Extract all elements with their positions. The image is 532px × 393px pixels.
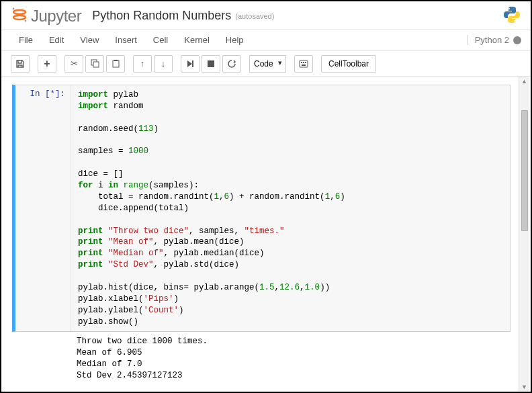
- arrow-down-icon: ↓: [161, 58, 166, 69]
- cut-button[interactable]: ✂: [64, 55, 83, 73]
- menu-file[interactable]: File: [11, 32, 41, 48]
- toolbar: + ✂ ↑ ↓ Code CellToolbar: [1, 51, 531, 77]
- save-button[interactable]: [11, 55, 30, 73]
- output-cell: Throw two dice 1000 times. Mean of 6.905…: [12, 335, 511, 384]
- kernel-status-icon[interactable]: [513, 36, 521, 44]
- plus-icon: +: [44, 58, 50, 70]
- svg-point-3: [25, 20, 27, 22]
- keyboard-icon: [299, 60, 308, 68]
- copy-icon: [91, 59, 99, 68]
- move-down-button[interactable]: ↓: [154, 55, 173, 73]
- arrow-up-icon: ↑: [140, 58, 145, 69]
- notebook-title[interactable]: Python Random Numbers: [92, 9, 231, 23]
- stop-icon: [208, 60, 214, 67]
- scrollbar[interactable]: ▲ ▼: [519, 77, 529, 392]
- run-icon: [186, 60, 194, 68]
- svg-point-1: [13, 15, 26, 19]
- menu-view[interactable]: View: [72, 32, 107, 48]
- logo-text: Jupyter: [31, 7, 81, 26]
- svg-rect-12: [301, 62, 302, 63]
- code-input[interactable]: import pylab import random random.seed(1…: [71, 85, 510, 331]
- kernel-name: Python 2: [475, 35, 509, 45]
- restart-icon: [227, 59, 236, 69]
- jupyter-logo[interactable]: Jupyter: [11, 6, 81, 26]
- cut-icon: ✂: [71, 58, 78, 69]
- move-up-button[interactable]: ↑: [133, 55, 152, 73]
- svg-rect-10: [192, 60, 193, 67]
- menu-kernel[interactable]: Kernel: [176, 32, 218, 48]
- svg-rect-14: [305, 62, 306, 63]
- svg-rect-8: [113, 60, 119, 67]
- scroll-down-icon[interactable]: ▼: [521, 384, 527, 390]
- svg-point-2: [13, 8, 15, 10]
- scroll-up-icon[interactable]: ▲: [521, 78, 527, 85]
- menu-help[interactable]: Help: [218, 32, 252, 48]
- paste-icon: [112, 59, 120, 68]
- output-prompt: [12, 335, 70, 384]
- menu-insert[interactable]: Insert: [107, 32, 145, 48]
- svg-rect-7: [93, 62, 99, 67]
- svg-rect-9: [114, 60, 118, 61]
- svg-point-0: [13, 10, 26, 14]
- header: Jupyter Python Random Numbers (autosaved…: [1, 1, 531, 30]
- celltoolbar-button[interactable]: CellToolbar: [321, 55, 376, 73]
- interrupt-button[interactable]: [202, 55, 220, 73]
- svg-point-4: [508, 8, 510, 9]
- code-cell[interactable]: In [*]: import pylab import random rando…: [12, 85, 511, 332]
- menu-edit[interactable]: Edit: [41, 32, 72, 48]
- notebook-area: In [*]: import pylab import random rando…: [1, 77, 531, 392]
- restart-button[interactable]: [222, 55, 241, 73]
- python-icon: [502, 5, 521, 26]
- kernel-indicator: Python 2: [468, 35, 521, 45]
- svg-rect-13: [303, 62, 304, 63]
- autosave-status: (autosaved): [235, 12, 274, 20]
- paste-button[interactable]: [106, 55, 125, 73]
- input-prompt: In [*]:: [15, 85, 71, 331]
- command-palette-button[interactable]: [294, 55, 313, 73]
- run-button[interactable]: [181, 55, 200, 73]
- svg-point-5: [514, 20, 515, 21]
- celltype-select[interactable]: Code: [249, 55, 286, 73]
- add-cell-button[interactable]: +: [38, 55, 56, 73]
- menubar: File Edit View Insert Cell Kernel Help P…: [1, 30, 531, 51]
- output-text: Throw two dice 1000 times. Mean of 6.905…: [70, 335, 511, 384]
- copy-button[interactable]: [85, 55, 104, 73]
- jupyter-icon: [11, 6, 28, 26]
- save-icon: [15, 59, 25, 69]
- svg-rect-11: [300, 60, 308, 67]
- scrollbar-thumb[interactable]: [521, 110, 528, 231]
- svg-rect-15: [302, 64, 306, 66]
- menu-cell[interactable]: Cell: [145, 32, 176, 48]
